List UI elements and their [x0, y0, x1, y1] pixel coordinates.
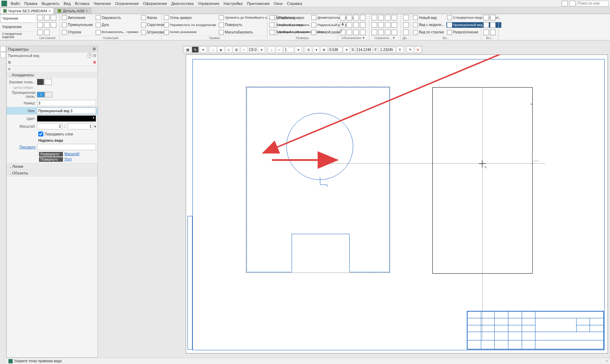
number-input[interactable]: [37, 100, 96, 106]
main-view[interactable]: YX: [246, 87, 390, 273]
zoom-out-icon[interactable]: ⊖: [305, 46, 312, 53]
menu-constraints[interactable]: Ограничения: [113, 1, 141, 6]
ribbon-tab-manage[interactable]: Управление: [0, 23, 35, 31]
snap3-icon[interactable]: ◇: [225, 46, 232, 53]
menu-file[interactable]: Файл: [8, 1, 22, 6]
scale-link[interactable]: Масштаб: [64, 152, 80, 157]
y-coord-input[interactable]: [378, 47, 396, 52]
preview-input[interactable]: [37, 144, 96, 150]
menu-diag[interactable]: Диагностика: [169, 1, 196, 6]
menu-help[interactable]: Справка: [285, 1, 304, 6]
ribbon-tab-std-parts[interactable]: Стандартные изделия: [0, 32, 35, 40]
constr-row3[interactable]: [371, 29, 398, 36]
diag-b1[interactable]: [402, 14, 409, 21]
projlink-toggle[interactable]: I: [37, 92, 52, 97]
status-close-icon[interactable]: ×: [606, 359, 608, 363]
ribbon-tab-drawing[interactable]: Черчение: [0, 14, 35, 23]
list-icon[interactable]: ≡: [8, 67, 10, 71]
pencil-icon[interactable]: ✎: [192, 46, 199, 53]
step-dd-icon[interactable]: ▾: [295, 46, 302, 53]
basepoint-opt2-icon[interactable]: [45, 79, 52, 85]
annot-row1[interactable]: [339, 14, 366, 21]
toggle-on[interactable]: I: [37, 92, 45, 97]
menu-view[interactable]: Вид: [62, 1, 73, 6]
ins-b3[interactable]: [483, 29, 496, 36]
zoom-input[interactable]: [328, 47, 342, 52]
menu-apps[interactable]: Приложения: [245, 1, 272, 6]
autoline-button[interactable]: Автолиния: [61, 15, 94, 20]
rotate-button[interactable]: Повернуть: [218, 22, 271, 28]
constr-row2[interactable]: [371, 22, 398, 28]
dropdown-icon[interactable]: ▾: [199, 46, 206, 53]
arc-button[interactable]: Дуга: [95, 22, 139, 28]
tree-toggle-icon[interactable]: ⊟: [93, 53, 96, 57]
zoom-in-icon[interactable]: ⊕: [320, 46, 328, 53]
axis-icon[interactable]: ⌐: [276, 46, 283, 53]
new-view-button[interactable]: Новый вид: [412, 15, 445, 20]
scale-button[interactable]: Масштабировать: [218, 30, 271, 35]
zoom-dd-icon[interactable]: ▾: [313, 46, 320, 53]
snap2-icon[interactable]: ◈: [217, 46, 224, 53]
tab-drawing[interactable]: Чертеж БЕЗ ИМЕНИ4 ×: [0, 8, 54, 14]
panel-icon[interactable]: [0, 52, 6, 58]
undo-button[interactable]: [37, 29, 57, 36]
section-objects[interactable]: Объекты: [7, 170, 97, 176]
layers-icon[interactable]: ▦: [184, 46, 191, 53]
edit-icon[interactable]: ✎: [407, 46, 414, 53]
toggle-off[interactable]: [45, 92, 52, 97]
search-input[interactable]: [577, 1, 609, 6]
ins-b2[interactable]: [483, 22, 496, 28]
name-input[interactable]: [37, 108, 96, 114]
menu-insert[interactable]: Вставка: [73, 1, 91, 6]
diag-b2[interactable]: [402, 22, 409, 28]
trim-button[interactable]: Усечь кривую: [163, 15, 217, 20]
copy-button[interactable]: Копия указанием: [163, 30, 217, 35]
menu-window[interactable]: Окно: [272, 1, 285, 6]
title-block[interactable]: [467, 311, 604, 350]
move-button[interactable]: Переместить по координатам: [163, 22, 217, 28]
close-command-icon[interactable]: ×: [414, 46, 421, 53]
circle-button[interactable]: Окружность: [95, 15, 139, 20]
tree-icon[interactable]: [0, 46, 6, 52]
help-icon[interactable]: ?: [87, 53, 92, 58]
model-view-button[interactable]: Вид с модели...: [412, 22, 445, 28]
menu-settings[interactable]: Настройка: [222, 1, 245, 6]
linear-break-button[interactable]: Линейный с обрывом: [269, 30, 309, 35]
rect-button[interactable]: Прямоугольник: [61, 22, 94, 28]
constr-row1[interactable]: [371, 14, 398, 21]
autodim-button[interactable]: Авторазмер: [269, 15, 309, 20]
text-T-button[interactable]: T: [339, 29, 366, 36]
scale-dd-icon[interactable]: ▾: [94, 124, 96, 128]
text-button[interactable]: A: [339, 22, 366, 28]
menu-decor[interactable]: Оформление: [141, 1, 169, 6]
diag-b3[interactable]: [402, 29, 409, 36]
layout-icon[interactable]: [561, 1, 568, 6]
zoom-val-dd[interactable]: ▾: [343, 46, 350, 53]
menu-edit[interactable]: Правка: [22, 1, 39, 6]
angle-link[interactable]: Угол: [64, 157, 72, 162]
camera-icon[interactable]: [569, 1, 576, 6]
color-picker[interactable]: [37, 115, 96, 122]
grid-icon[interactable]: ⊞: [233, 46, 240, 53]
ins-b1[interactable]: [483, 14, 496, 21]
section-coords[interactable]: Координаты: [7, 72, 97, 78]
drawing-canvas[interactable]: YX ▸ ↖: [98, 55, 610, 358]
scale-a-input[interactable]: [37, 123, 62, 129]
close-panel-icon[interactable]: ×: [93, 59, 96, 65]
section-lines[interactable]: Линии: [7, 163, 97, 170]
snap1-icon[interactable]: ⟂: [210, 46, 217, 53]
preview-link[interactable]: Просмотр: [19, 145, 36, 149]
gear-icon[interactable]: ⚙: [93, 47, 96, 51]
aux-line-button[interactable]: Вспомогатель... прямая: [95, 30, 139, 35]
menu-manage[interactable]: Управление: [196, 1, 221, 6]
tab-close-icon[interactable]: ×: [49, 9, 51, 13]
scale-b-input[interactable]: [68, 123, 93, 129]
menu-drawing[interactable]: Черчение: [91, 1, 113, 6]
tab-close-icon[interactable]: ×: [85, 9, 88, 13]
coords-dd-icon[interactable]: ⎘: [396, 46, 404, 53]
linear-dim-button[interactable]: Линейный размер: [269, 22, 309, 28]
step-input[interactable]: [284, 47, 294, 52]
layers-checkbox[interactable]: [38, 132, 43, 136]
arrow-view-button[interactable]: Вид по стрелке: [412, 30, 445, 35]
new-doc-button[interactable]: [37, 14, 57, 21]
